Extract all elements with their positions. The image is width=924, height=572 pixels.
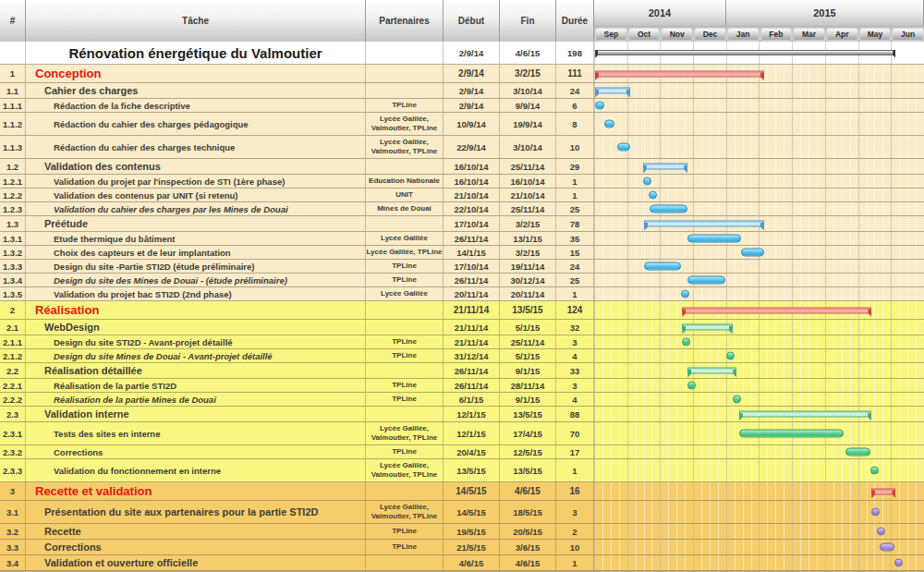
gantt-bar[interactable]: [739, 430, 844, 438]
gantt-bar[interactable]: [682, 307, 871, 313]
task-row[interactable]: 1.3 Préétude 17/10/14 3/2/15 78: [0, 216, 924, 232]
gantt-bar[interactable]: [733, 396, 741, 404]
task-name-cell[interactable]: Recette et validation: [26, 482, 366, 500]
task-row[interactable]: 2.2 Réalisation détaillée 26/11/14 9/1/1…: [0, 363, 924, 379]
gantt-bar[interactable]: [643, 164, 687, 170]
gantt-bar[interactable]: [595, 102, 603, 110]
task-name-cell[interactable]: Réalisation détaillée: [26, 363, 366, 378]
task-name-cell[interactable]: Validation du cahier des charges par les…: [26, 202, 366, 215]
task-row[interactable]: 3.4 Validation et ouverture officielle 4…: [0, 555, 924, 571]
task-name-cell[interactable]: Rédaction du cahier des charges techniqu…: [26, 136, 366, 158]
task-row[interactable]: 2.2.1 Réalisation de la partie STI2D TPL…: [0, 379, 924, 393]
task-name-cell[interactable]: Réalisation de la partie Mines de Douai: [26, 393, 366, 406]
gantt-bar[interactable]: [739, 411, 872, 418]
gantt-bar[interactable]: [595, 88, 630, 94]
task-row[interactable]: 1.3.4 Design du site des Mines de Douai …: [0, 274, 924, 287]
task-name-cell[interactable]: Recette: [26, 524, 366, 539]
task-name-cell[interactable]: Rénovation énergétique du Valmoutier: [26, 42, 366, 64]
task-name-cell[interactable]: Cahier des charges: [26, 83, 366, 98]
gantt-bar[interactable]: [650, 205, 687, 213]
task-row[interactable]: 3.2 Recette TPLine 19/5/15 20/5/15 2: [0, 524, 924, 540]
task-row[interactable]: 2.1.1 Design du site STI2D - Avant-proje…: [0, 335, 924, 349]
task-name-cell[interactable]: Tests des sites en interne: [26, 422, 366, 444]
gantt-bar[interactable]: [871, 488, 895, 494]
task-row[interactable]: 2.1.2 Design du site Mines de Douai - Av…: [0, 349, 924, 363]
task-row[interactable]: 1.1.3 Rédaction du cahier des charges te…: [0, 136, 924, 159]
task-row[interactable]: 2.3.1 Tests des sites en interne Lycée G…: [0, 422, 924, 445]
task-row[interactable]: 1.2.3 Validation du cahier des charges p…: [0, 202, 924, 216]
gantt-bar[interactable]: [870, 467, 879, 475]
gantt-bar[interactable]: [877, 528, 885, 536]
task-name-cell[interactable]: Corrections: [26, 445, 366, 458]
task-row[interactable]: 1.2 Validation des contenus 16/10/14 25/…: [0, 159, 924, 175]
task-name-cell[interactable]: Validation des contenus par UNIT (si ret…: [26, 189, 366, 201]
task-name-cell[interactable]: Design du site STI2D - Avant-projet déta…: [26, 335, 366, 348]
task-name-cell[interactable]: Design du site Mines de Douai - Avant-pr…: [26, 349, 366, 362]
task-name-cell[interactable]: Design du site -Partie STI2D (étude prél…: [26, 260, 366, 273]
gantt-bar[interactable]: [643, 177, 651, 186]
task-row[interactable]: 3.1 Présentation du site aux partenaires…: [0, 501, 924, 524]
task-name-cell[interactable]: Validation interne: [26, 407, 366, 421]
task-name-cell[interactable]: Corrections: [26, 540, 366, 554]
gantt-bar[interactable]: [687, 382, 696, 390]
task-row[interactable]: 2.2.2 Réalisation de la partie Mines de …: [0, 393, 924, 407]
task-row[interactable]: 1.3.5 Validation du projet bac STI2D (2n…: [0, 287, 924, 301]
task-row[interactable]: 2.1 WebDesign 21/11/14 5/1/15 32: [0, 320, 924, 335]
task-row[interactable]: 1.3.2 Choix des capteurs et de leur impl…: [0, 246, 924, 260]
task-row[interactable]: 3.3 Corrections TPLine 21/5/15 3/6/15 10: [0, 540, 924, 555]
task-name-cell[interactable]: Réalisation de la partie STI2D: [26, 379, 366, 392]
gantt-bar[interactable]: [741, 249, 764, 257]
task-row[interactable]: 1.3.1 Etude thermique du bâtiment Lycée …: [0, 232, 924, 246]
task-name-cell[interactable]: Choix des capteurs et de leur implantati…: [26, 246, 366, 259]
gantt-bar[interactable]: [845, 448, 870, 456]
task-name-cell[interactable]: WebDesign: [26, 320, 366, 335]
gantt-timeline-cell: [594, 159, 924, 174]
task-row[interactable]: 3 Recette et validation 14/5/15 4/6/15 1…: [0, 482, 924, 501]
task-row[interactable]: 2.3 Validation interne 12/1/15 13/5/15 8…: [0, 407, 924, 422]
gantt-bar[interactable]: [595, 50, 895, 55]
task-row[interactable]: Rénovation énergétique du Valmoutier 2/9…: [0, 42, 924, 65]
gantt-bar[interactable]: [604, 120, 615, 128]
task-name-cell[interactable]: Etude thermique du bâtiment: [26, 232, 366, 245]
month-label: May: [859, 28, 892, 41]
task-name-cell[interactable]: Rédaction du cahier des charges pédagogi…: [26, 113, 366, 135]
task-name-cell[interactable]: Validation du fonctionnement en interne: [26, 459, 366, 481]
gantt-bar[interactable]: [644, 262, 681, 271]
task-name-cell[interactable]: Validation du projet par l'inspection de…: [26, 175, 366, 188]
gantt-bar[interactable]: [682, 338, 690, 347]
task-name-cell[interactable]: Rédaction de la fiche descriptive: [26, 99, 366, 112]
task-name-cell[interactable]: Validation du projet bac STI2D (2nd phas…: [26, 287, 366, 300]
gantt-bar[interactable]: [644, 221, 764, 227]
gantt-bar[interactable]: [687, 368, 736, 374]
task-name-cell[interactable]: Validation des contenus: [26, 159, 366, 174]
gantt-bar[interactable]: [880, 543, 895, 552]
task-row[interactable]: 1.2.2 Validation des contenus par UNIT (…: [0, 189, 924, 202]
task-row[interactable]: 1.1.2 Rédaction du cahier des charges pé…: [0, 113, 924, 136]
gantt-bar[interactable]: [687, 235, 741, 243]
task-row[interactable]: 2 Réalisation 21/11/14 13/5/15 124: [0, 301, 924, 320]
gantt-bar[interactable]: [681, 290, 689, 298]
task-name-cell[interactable]: Validation et ouverture officielle: [26, 555, 366, 570]
gantt-bar[interactable]: [726, 352, 735, 360]
task-name-cell[interactable]: Réalisation: [26, 301, 366, 319]
task-name-cell[interactable]: Conception: [26, 65, 366, 82]
task-row[interactable]: 1 Conception 2/9/14 3/2/15 111: [0, 65, 924, 83]
task-name-cell[interactable]: Préétude: [26, 216, 366, 231]
task-row[interactable]: 2.3.2 Corrections TPLine 20/4/15 12/5/15…: [0, 445, 924, 459]
gantt-bar[interactable]: [595, 70, 764, 77]
gantt-bar[interactable]: [617, 143, 630, 152]
gantt-bar[interactable]: [649, 191, 657, 200]
task-row[interactable]: 1.1 Cahier des charges 2/9/14 3/10/14 24: [0, 83, 924, 99]
task-row[interactable]: 1.2.1 Validation du projet par l'inspect…: [0, 175, 924, 189]
task-name-cell[interactable]: Design du site des Mines de Douai - (étu…: [26, 274, 366, 286]
task-row[interactable]: 1.3.3 Design du site -Partie STI2D (étud…: [0, 260, 924, 274]
gantt-timeline-cell: [594, 301, 924, 319]
gantt-bar[interactable]: [687, 276, 725, 285]
task-row[interactable]: 1.1.1 Rédaction de la fiche descriptive …: [0, 99, 924, 113]
gantt-bar[interactable]: [682, 324, 732, 331]
task-name-cell[interactable]: Présentation du site aux partenaires pou…: [26, 501, 366, 523]
task-row[interactable]: 2.3.3 Validation du fonctionnement en in…: [0, 459, 924, 482]
gantt-bar[interactable]: [894, 559, 903, 567]
gantt-timeline-cell: [594, 320, 924, 335]
gantt-bar[interactable]: [871, 508, 880, 517]
